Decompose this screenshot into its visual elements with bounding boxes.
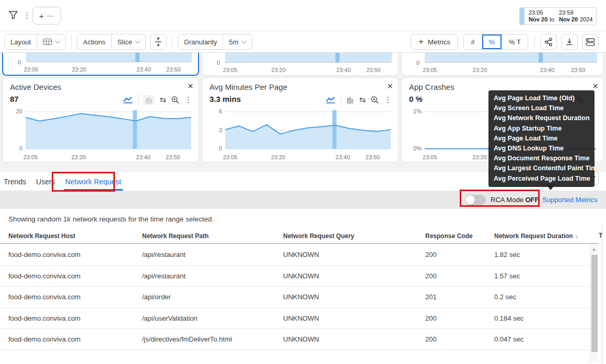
kebab-menu-icon[interactable]: ⋮ [184, 95, 192, 104]
to-label: to [550, 16, 559, 23]
unit-toggle-group: # % % T [463, 34, 528, 50]
unit-percent-option[interactable]: % [482, 34, 502, 49]
table-body: food-demo.conviva.com/api/restaurant UNK… [0, 244, 598, 350]
x-axis-tick-label: 23:40 [335, 154, 350, 160]
scroll-up-icon[interactable]: ▲ [592, 247, 596, 252]
icon-divider [138, 94, 138, 105]
x-axis-tick-label: 23:05 [223, 154, 238, 160]
tab-trends[interactable]: Trends [4, 178, 26, 186]
date-range-accent-strip [520, 8, 525, 25]
slice-selector[interactable]: Slice [111, 34, 145, 49]
metric-value: 0 % [409, 95, 423, 103]
y-axis-tick-label: 0 [3, 145, 22, 151]
zoom-in-icon[interactable] [370, 96, 379, 104]
card-title: App Crashes [409, 83, 454, 91]
partial-chart-card-selected[interactable]: 0 23:0523:2023:4023:50 [2, 53, 199, 76]
bar-chart-icon[interactable] [143, 95, 155, 105]
chart-plot-area[interactable] [26, 110, 191, 149]
menu-item[interactable]: Avg Perceived Page Load Time [488, 174, 595, 184]
filter-funnel-icon[interactable] [8, 10, 18, 20]
menu-item[interactable]: Avg Screen Load Time [488, 103, 595, 113]
menu-item[interactable]: Avg Document Response Time [488, 154, 595, 163]
x-axis-tick-label: 23:05 [24, 66, 39, 73]
table-scrollbar[interactable]: ▲ [590, 244, 598, 362]
y-axis-zero-label: 0 [18, 59, 21, 65]
unit-count-option[interactable]: # [464, 34, 481, 49]
plus-icon: + [418, 37, 424, 47]
table-row[interactable]: food-demo.conviva.com/api/order UNKNOWN2… [0, 287, 598, 308]
layout-selector[interactable] [37, 34, 65, 49]
card-toolbar: ⇆ ⋮ [123, 93, 192, 106]
card-title: Active Devices [10, 83, 61, 91]
granularity-selector[interactable]: 5m [223, 34, 251, 49]
table-row[interactable]: food-demo.conviva.com/api/restaurant UNK… [0, 244, 598, 266]
y-axis-tick-label: 20 [3, 108, 22, 114]
compare-icon[interactable]: ⇆ [359, 96, 366, 104]
menu-item[interactable]: Avg Page Load Time (Old) [488, 93, 595, 103]
end-date: Nov 20 [559, 16, 580, 23]
partial-chart-card[interactable]: 0 23:0523:2023:4023:50 [202, 53, 399, 76]
menu-item[interactable]: Avg Page Load Time [488, 134, 595, 144]
bar-chart-icon[interactable] [346, 96, 354, 104]
network-request-table-section: Showing random 1k network requests for t… [0, 209, 606, 364]
unit-percent-t-option[interactable]: % T [502, 34, 528, 49]
supported-metrics-link[interactable]: Supported Metrics [542, 196, 598, 204]
zoom-in-icon[interactable] [171, 96, 180, 104]
toolbar-divider [71, 34, 72, 49]
table-row[interactable]: food-demo.conviva.com/api/restaurant UNK… [0, 266, 598, 287]
x-axis-tick-label: 23:40 [136, 66, 151, 73]
layout-grid-icon [43, 38, 52, 45]
x-axis-tick-label: 23:05 [223, 67, 238, 73]
chart-plot-area[interactable] [225, 110, 391, 149]
x-axis-tick-label: 23:05 [423, 154, 437, 160]
x-axis-tick-label: 23:05 [423, 67, 437, 73]
column-header-path[interactable]: Network Request Path [142, 232, 283, 240]
granularity-group: Granularity 5m [178, 34, 252, 50]
x-axis-tick-label: 23:50 [366, 67, 381, 73]
line-chart-icon[interactable] [123, 96, 133, 104]
x-axis-tick-label: 23:20 [72, 154, 86, 160]
table-header-row: Network Request Host Network Request Pat… [0, 228, 598, 244]
highlight-band [332, 110, 336, 149]
y-axis-tick-label: 0% [402, 145, 422, 151]
column-header-response-code[interactable]: Response Code [425, 232, 494, 240]
top-bar: ⋮ + ⋯ 23:05 23:59 Nov 20 to Nov 20 2024 [0, 0, 606, 31]
menu-item[interactable]: Avg Network Request Duration [488, 113, 595, 123]
menu-item[interactable]: Avg App Startup Time [488, 124, 595, 134]
add-metrics-button[interactable]: + Metrics [411, 34, 458, 50]
download-icon [565, 38, 574, 46]
card-view-button[interactable] [582, 34, 599, 50]
column-header-query[interactable]: Network Request Query [283, 232, 425, 240]
scrollbar-thumb[interactable] [591, 255, 598, 352]
toolbar-divider [172, 34, 172, 49]
column-header-host[interactable]: Network Request Host [0, 232, 142, 240]
close-icon[interactable]: × [188, 80, 193, 92]
y-axis-zero-label: 0 [217, 60, 220, 66]
kebab-menu-icon[interactable]: ⋮ [384, 95, 392, 104]
date-range-body: 23:05 23:59 Nov 20 to Nov 20 2024 [525, 8, 597, 25]
filter-kebab-icon[interactable]: ⋮ [23, 10, 31, 21]
highlight-band [135, 53, 139, 62]
highlight-band [133, 110, 137, 149]
column-header-duration[interactable]: Network Request Duration↓ [494, 232, 598, 240]
download-button[interactable] [561, 34, 578, 50]
add-filter-button[interactable]: + ⋯ [32, 7, 61, 25]
close-icon[interactable]: × [387, 80, 393, 92]
y-axis-zero-label: 0 [416, 60, 419, 66]
end-time: 23:59 [559, 9, 580, 16]
x-axis-tick-label: 23:50 [166, 66, 181, 73]
share-button[interactable] [540, 34, 557, 50]
table-right-edge [602, 225, 602, 364]
compare-icon[interactable]: ⇆ [159, 96, 166, 104]
split-view-button[interactable] [150, 34, 167, 50]
table-row[interactable]: food-demo.conviva.com/js/directives/fmDe… [0, 329, 598, 350]
partial-chart-card[interactable]: 0 23:0523:2023:4023:50 [401, 53, 604, 76]
menu-item[interactable]: Avg DNS Lookup Time [488, 144, 595, 154]
line-chart-icon[interactable] [325, 96, 336, 104]
date-range-picker[interactable]: 23:05 23:59 Nov 20 to Nov 20 2024 [519, 7, 597, 25]
table-row[interactable]: food-demo.conviva.com/api/userValidation… [0, 308, 598, 330]
partial-chart: 0 23:0523:2023:4023:50 [225, 53, 392, 63]
menu-item[interactable]: Avg Largest Contentful Paint Time [488, 163, 595, 173]
chevron-down-icon [241, 38, 247, 43]
chevron-down-icon [135, 38, 140, 43]
